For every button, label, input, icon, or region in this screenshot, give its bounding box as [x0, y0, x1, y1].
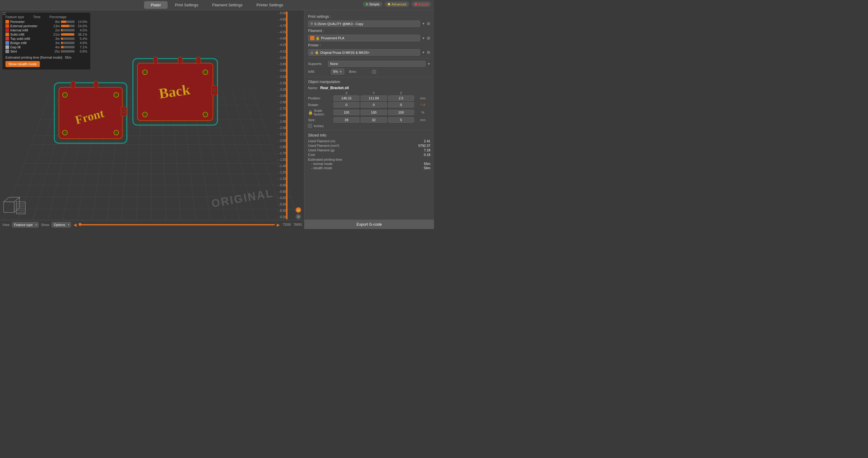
- stats-row-2: Internal infill 2m 4.5%: [5, 28, 87, 32]
- viewport[interactable]: Front Back: [0, 10, 304, 229]
- tab-filament-settings[interactable]: Filament Settings: [205, 1, 249, 9]
- size-x[interactable]: [334, 117, 360, 123]
- y-ruler-tick-7: - 3.95: [268, 56, 286, 60]
- print-settings-input-wrap: ⚙ 0.15mm QUALITY @MK3 - Copy: [308, 21, 420, 27]
- inches-row: Inches: [308, 124, 430, 128]
- svg-point-7: [114, 130, 119, 135]
- size-z[interactable]: [388, 117, 414, 123]
- y-ruler-tick-16: - 2.60: [268, 114, 286, 117]
- advanced-mode-button[interactable]: Advanced: [385, 1, 409, 7]
- xyz-headers: X Y Z: [308, 91, 430, 95]
- printer-dropdown[interactable]: ▼: [422, 51, 425, 54]
- coord-right: 76693: [293, 223, 302, 226]
- sliced-time-key-1: - stealth mode: [311, 166, 332, 170]
- tab-plater[interactable]: Plater: [144, 1, 167, 9]
- print-settings-icon: ⚙: [310, 22, 313, 26]
- sliced-val-1: 5792.37: [418, 144, 430, 147]
- stats-overlay: Feature type Time Percentage Perimeter 8…: [2, 13, 90, 69]
- feature-name-6: Gap fill: [10, 45, 50, 49]
- export-gcode-button[interactable]: Export G-code: [304, 220, 434, 229]
- rotate-y[interactable]: [361, 102, 386, 108]
- printer-gear[interactable]: ⚙: [427, 50, 430, 55]
- feature-name-7: Skirt: [10, 50, 50, 53]
- obj-name-value: Rear_Bracket.stl: [320, 86, 349, 90]
- scale-lock[interactable]: 🔒: [308, 110, 313, 115]
- brim-checkbox[interactable]: [372, 70, 376, 74]
- feature-bar-5: [61, 42, 63, 44]
- rotate-x[interactable]: [334, 102, 360, 108]
- stealth-mode-button[interactable]: Show stealth mode: [5, 61, 40, 67]
- y-ruler-tick-27: - 0.95: [268, 184, 286, 187]
- filament-dropdown[interactable]: ▼: [422, 36, 425, 40]
- feature-bar-wrap-2: [61, 29, 74, 31]
- scale-row: 🔒 Scale factors: %: [308, 109, 430, 116]
- show-label: Show: [41, 223, 50, 226]
- scale-y[interactable]: [361, 110, 386, 115]
- position-y[interactable]: [361, 95, 386, 101]
- gear-button[interactable]: ⚙: [296, 214, 301, 219]
- size-y[interactable]: [361, 117, 386, 123]
- inches-checkbox[interactable]: [308, 124, 312, 128]
- feature-time-7: 25s: [51, 50, 60, 53]
- sliced-key-0: Used Filament (m): [308, 139, 335, 143]
- filament-color: [310, 36, 314, 40]
- sliced-time-row-1: - stealth mode 56m: [308, 166, 430, 170]
- export-mode-button[interactable]: Export: [412, 1, 431, 7]
- svg-point-4: [63, 92, 67, 97]
- show-select[interactable]: Options: [52, 222, 71, 227]
- y-ruler-tick-32: - 0.20: [268, 215, 286, 219]
- print-settings-dropdown[interactable]: ▼: [422, 22, 425, 25]
- scale-z[interactable]: [388, 110, 414, 115]
- rotate-z[interactable]: [388, 102, 414, 108]
- sliced-val-2: 7.18: [424, 148, 430, 152]
- slider-right-arrow[interactable]: ▶: [277, 222, 280, 227]
- view-select-wrap: Feature type: [12, 222, 39, 227]
- view-select[interactable]: Feature type: [12, 222, 39, 227]
- y-ruler-tick-13: - 3.05: [268, 94, 286, 98]
- scale-x[interactable]: [334, 110, 360, 115]
- scale-label-wrap: 🔒 Scale factors:: [308, 109, 332, 116]
- stats-row-0: Perimeter 8m 14.9%: [5, 20, 87, 24]
- position-z[interactable]: [388, 95, 414, 101]
- size-unit: mm: [415, 118, 430, 122]
- slider-left-arrow[interactable]: ◀: [73, 222, 77, 227]
- corner-num-tl: 12: [2, 12, 6, 16]
- divider-3: [308, 130, 430, 130]
- feature-bar-wrap-4: [61, 37, 74, 40]
- y-ruler-tick-17: - 2.45: [268, 120, 286, 123]
- filament-gear[interactable]: ⚙: [427, 36, 430, 40]
- estimated-time: Estimated printing time [Normal mode]: 5…: [5, 56, 87, 59]
- est-time-label: Estimated printing time [Normal mode]:: [5, 56, 63, 59]
- y-ruler-tick-2: - 4.70: [268, 24, 286, 28]
- supports-dropdown[interactable]: ▼: [427, 62, 430, 66]
- svg-point-16: [143, 70, 147, 74]
- right-panel-scroll: Print settings : ⚙ 0.15mm QUALITY @MK3 -…: [304, 10, 434, 229]
- bottom-bar: View Feature type Show Options ◀ ▶ 73260: [0, 220, 304, 229]
- feature-name-1: External perimeter: [10, 24, 50, 28]
- svg-rect-21: [178, 57, 182, 64]
- feature-time-4: 3m: [51, 37, 60, 40]
- rotate-reset-btn[interactable]: ↺: [423, 103, 425, 106]
- print-settings-gear[interactable]: ⚙: [427, 22, 430, 26]
- sliced-key-1: Used Filament (mm³): [308, 144, 339, 147]
- simple-mode-button[interactable]: Simple: [363, 1, 383, 7]
- divider-1: [308, 58, 430, 58]
- y-ruler-tick-22: - 1.70: [268, 152, 286, 155]
- stats-row-1: External perimeter 13m 24.0%: [5, 24, 87, 28]
- sliced-time-block: Estimated printing time: - normal mode 5…: [308, 158, 430, 170]
- slider-track[interactable]: [79, 224, 275, 225]
- main-layout: Front Back: [0, 10, 434, 229]
- sliced-val-3: 0.18: [424, 153, 430, 156]
- svg-rect-28: [16, 202, 25, 214]
- svg-point-18: [143, 112, 147, 117]
- infill-dropdown[interactable]: ▼: [339, 70, 342, 73]
- feature-bar-wrap-1: [61, 25, 74, 27]
- feature-bar-4: [61, 37, 63, 40]
- stats-header: Feature type Time Percentage: [5, 15, 87, 19]
- sliced-key-3: Cost: [308, 153, 315, 156]
- tab-print-settings[interactable]: Print Settings: [168, 1, 205, 9]
- tab-printer-settings[interactable]: Printer Settings: [250, 1, 290, 9]
- lock-button[interactable]: 🔒: [296, 207, 301, 213]
- position-x[interactable]: [334, 95, 360, 101]
- infill-value: 5% ▼: [331, 68, 344, 74]
